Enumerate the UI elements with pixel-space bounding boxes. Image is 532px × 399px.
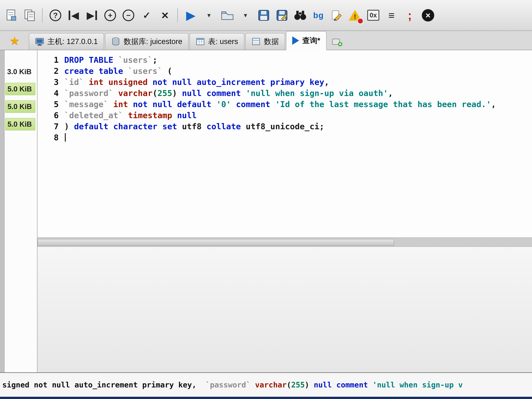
code-segment: timestamp (128, 111, 177, 120)
new-query-tab-button[interactable] (332, 37, 343, 47)
line-number: 2 (41, 65, 64, 77)
save-sql-as-icon[interactable] (275, 7, 289, 23)
code-line[interactable]: 1DROP TABLE `users`; (41, 54, 532, 65)
code-line[interactable]: 2create table `users` ( (41, 65, 532, 77)
table-icon (196, 37, 205, 46)
load-sql-dropdown-icon[interactable]: ▼ (238, 7, 253, 23)
code-line[interactable]: 4`password` varchar(255) null comment 'n… (41, 88, 532, 99)
line-number: 5 (41, 99, 64, 110)
code-segment: 255 (158, 89, 172, 98)
last-record-icon[interactable]: ▶ (85, 7, 99, 23)
toolbar: ? ◀ ▶ + − ✓ × ▶ ▼ (0, 0, 532, 31)
document-grid-icon (6, 9, 17, 21)
tab-data-label: 数据 (264, 37, 279, 47)
log-segment: 255 (291, 380, 305, 389)
code-segment: , (491, 100, 496, 109)
code-segment: not null auto_increment primary key (152, 77, 324, 87)
code-line[interactable]: 6`deleted_at` timestamp null (41, 110, 532, 121)
remove-record-icon[interactable]: − (121, 7, 136, 23)
result-panel[interactable] (38, 247, 532, 372)
log-segment: null comment (314, 380, 373, 389)
toolbar-separator (177, 8, 178, 22)
table-size-cell[interactable]: 5.0 KiB (5, 118, 35, 130)
code-segment (231, 100, 236, 109)
delimiter-icon[interactable]: ; (403, 7, 417, 23)
chevron-down-icon: ▼ (243, 13, 248, 18)
code-segment: ( (152, 89, 158, 98)
code-segment: comment (236, 100, 275, 109)
first-record-icon[interactable]: ◀ (66, 7, 81, 23)
tab-data[interactable]: 数据 (245, 33, 285, 50)
tab-host[interactable]: 主机: 127.0.0.1 (29, 33, 104, 50)
check-icon: ✓ (143, 11, 151, 20)
code-segment: ) (64, 122, 74, 131)
code-segment: utf8_unicode_ci; (246, 122, 324, 131)
code-segment: int (113, 100, 133, 109)
line-number: 4 (41, 88, 64, 99)
remove-record-glyph: − (123, 9, 134, 21)
log-segment: 'null when sign-up v (373, 380, 463, 389)
copy-documents-icon (24, 9, 35, 21)
table-size-cell[interactable]: 5.0 KiB (5, 83, 35, 95)
new-tab-plus-icon (332, 37, 343, 47)
replace-icon[interactable]: bg (311, 7, 326, 23)
line-number: 3 (41, 77, 64, 88)
text-caret (65, 133, 66, 142)
save-sql-icon[interactable] (257, 7, 271, 23)
table-size-cell[interactable]: 3.0 KiB (5, 66, 35, 78)
code-segment: collate (207, 122, 246, 131)
binoculars-icon (294, 10, 307, 20)
tab-database[interactable]: 数据库: juicestore (105, 33, 188, 50)
copy-grid-icon[interactable] (23, 7, 37, 23)
code-segment: `message` (64, 100, 113, 109)
data-grid-icon (252, 37, 261, 46)
code-segment: not null default (133, 100, 216, 109)
run-play-glyph: ▶ (186, 10, 195, 21)
query-play-icon (292, 36, 299, 45)
code-line[interactable]: 7) default character set utf8 collate ut… (41, 121, 532, 132)
code-segment: `users` (118, 55, 152, 65)
code-segment: 'null when sign-up via oauth' (246, 89, 388, 98)
line-number: 1 (41, 54, 64, 65)
sql-editor[interactable]: 1DROP TABLE `users`;2create table `users… (38, 50, 532, 238)
tab-table[interactable]: 表: users (190, 33, 244, 50)
scrollbar-thumb[interactable] (38, 239, 394, 246)
code-segment: varchar (118, 89, 152, 98)
code-line[interactable]: 8 (41, 132, 532, 143)
code-line[interactable]: 5`message` int not null default '0' comm… (41, 99, 532, 110)
stop-icon[interactable]: × (421, 7, 435, 23)
wrap-lines-glyph: ≡ (388, 10, 395, 21)
revert-changes-icon[interactable]: × (158, 7, 172, 23)
help-glyph: ? (50, 9, 61, 21)
code-segment: '0' (216, 100, 231, 109)
code-segment: ( (162, 66, 172, 76)
hex-view-icon[interactable]: 0x (366, 7, 380, 23)
export-grid-icon[interactable] (4, 7, 19, 23)
pencil-icon (331, 10, 342, 21)
sql-log-line[interactable]: signed not null auto_increment primary k… (2, 381, 463, 389)
load-sql-file-icon[interactable] (220, 7, 234, 23)
code-line[interactable]: 3`id` int unsigned not null auto_increme… (41, 77, 532, 88)
edit-icon[interactable] (329, 7, 344, 23)
warning-triangle-icon[interactable]: ! (348, 7, 362, 23)
tab-database-label: 数据库: juicestore (124, 37, 182, 47)
code-segment: DROP TABLE (64, 55, 118, 65)
bookmark-star-icon[interactable]: ★ (9, 34, 20, 47)
table-size-cell[interactable]: 5.0 KiB (5, 100, 35, 113)
code-segment: null comment (182, 89, 246, 98)
run-query-icon[interactable]: ▶ (184, 7, 198, 23)
tab-query[interactable]: 查询* (286, 31, 326, 50)
run-query-dropdown-icon[interactable]: ▼ (202, 7, 216, 23)
first-record-glyph: ◀ (69, 11, 79, 20)
add-record-icon[interactable]: + (103, 7, 117, 23)
tab-query-label: 查询* (302, 36, 320, 46)
post-changes-icon[interactable]: ✓ (139, 7, 154, 23)
tab-table-label: 表: users (208, 37, 238, 47)
help-icon[interactable]: ? (48, 7, 63, 23)
log-segment: signed not null auto_increment primary k… (2, 380, 205, 389)
horizontal-scrollbar[interactable] (38, 238, 532, 247)
wrap-lines-icon[interactable]: ≡ (384, 7, 399, 23)
chevron-down-icon: ▼ (206, 13, 212, 18)
app-window: ? ◀ ▶ + − ✓ × ▶ ▼ (0, 0, 532, 399)
find-icon[interactable] (293, 7, 307, 23)
